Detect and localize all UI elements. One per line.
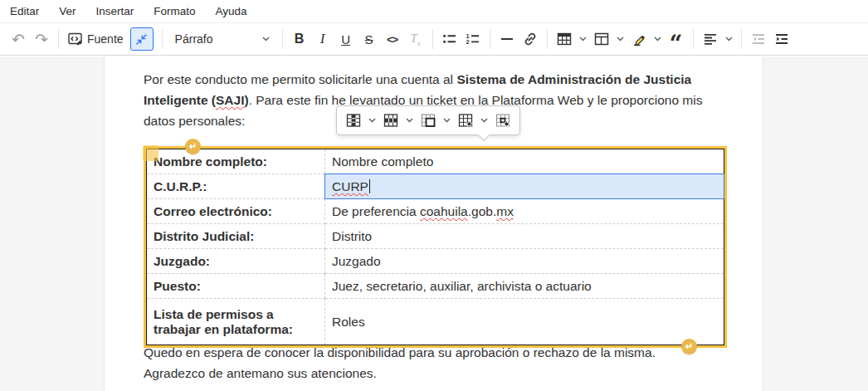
table-balloon-toolbar [336,105,520,135]
table-row: C.U.R.P.: CURP [147,174,724,199]
cell-nombre-label[interactable]: Nombre completo: [147,149,325,174]
layout-table-button[interactable] [590,27,613,51]
table-column-button[interactable] [341,109,366,132]
undo-icon: ↶ [12,30,25,49]
insert-paragraph-before-button[interactable]: ↵ [185,139,201,154]
table-properties-icon [457,112,474,129]
menu-insertar[interactable]: Insertar [96,5,134,17]
chevron-down-icon[interactable] [579,37,587,42]
indent-button[interactable] [770,27,793,51]
italic-icon: I [320,31,325,47]
strikethrough-button[interactable]: S [358,27,381,51]
table-row: Lista de permisos a trabajar en platafor… [147,299,724,345]
block-quote-icon: “ [670,40,683,48]
bold-button[interactable]: B [288,27,311,51]
outdent-button[interactable] [747,27,770,51]
redo-button[interactable]: ↷ [30,27,53,51]
cell-nombre-value[interactable]: Nombre completo [325,149,724,174]
table-properties-button[interactable] [453,109,478,132]
insert-table-button[interactable] [553,27,576,51]
text-cursor [369,179,370,193]
cell-properties-icon [495,112,511,129]
chevron-down-icon[interactable] [617,37,624,42]
cell-correo-value[interactable]: De preferencia coahuila.gob.mx [325,199,724,224]
table-row: Juzgado: Juzgado [147,249,724,274]
numbered-list-icon: 1 2 [465,31,481,47]
table-drag-handle-icon[interactable] [143,145,158,161]
indent-icon [773,31,790,47]
text-alignment-button[interactable] [699,27,722,51]
insert-paragraph-after-button[interactable]: ↵ [681,339,697,354]
source-editing-button[interactable]: Fuente [64,27,127,51]
toolbar-separator [547,29,548,49]
bold-icon: B [295,32,305,46]
svg-text:2: 2 [466,38,469,46]
merge-cells-button[interactable] [416,109,441,132]
curp-misspelled-text: CURP [332,179,368,193]
undo-button[interactable]: ↶ [7,27,30,51]
cell-puesto-label[interactable]: Puesto: [147,274,325,299]
intro-text-start: Por este conducto me permito solicitarle… [144,72,456,86]
paragraph-closing-2[interactable]: Agradezco de antemano sus atenciones. [144,363,728,384]
italic-button[interactable]: I [311,27,334,51]
menu-ver[interactable]: Ver [59,5,76,17]
chevron-down-icon[interactable] [654,37,661,42]
highlighter-icon [631,31,647,47]
link-icon [522,31,539,47]
chevron-down-icon[interactable] [725,37,733,42]
horizontal-line-button[interactable] [495,27,519,51]
chevron-down-icon[interactable] [406,118,413,123]
cell-correo-label[interactable]: Correo electrónico: [147,199,325,224]
link-button[interactable] [519,27,542,51]
menu-ayuda[interactable]: Ayuda [216,5,247,17]
collapse-view-button[interactable] [130,27,154,51]
table-widget[interactable]: ↵ ↵ Nombre completo: Nombre completo C.U… [144,146,727,348]
correo-text: De preferencia [332,204,420,218]
paragraph-closing-1[interactable]: Quedo en espera de conocer la disponibil… [144,342,728,363]
toolbar-separator [741,29,742,49]
outdent-icon [750,31,767,47]
intro-misspelled-word: SAJI [216,93,244,107]
table-column-icon [345,112,362,129]
chevron-down-icon[interactable] [368,118,376,123]
horizontal-line-icon [499,31,515,47]
cell-distrito-label[interactable]: Distrito Judicial: [147,224,325,249]
toolbar-separator [282,29,283,49]
cell-curp-label[interactable]: C.U.R.P.: [147,174,325,199]
chevron-down-icon [262,37,270,42]
cell-permisos-label[interactable]: Lista de permisos a trabajar en platafor… [147,299,325,345]
block-quote-button[interactable]: “ [665,27,688,51]
cell-distrito-value[interactable]: Distrito [325,224,724,249]
paragraph-style-dropdown[interactable]: Párrafo [168,27,277,51]
cell-puesto-value[interactable]: Juez, secretario, auxiliar, archivista o… [325,274,724,299]
remove-format-button[interactable]: Tx [404,27,427,51]
toolbar-separator [162,29,163,49]
underline-button[interactable]: U [334,27,358,51]
remove-format-icon: Tx [410,32,420,47]
table-row-button[interactable] [378,109,403,132]
menu-formato[interactable]: Formato [154,5,195,17]
source-editing-label: Fuente [87,32,124,46]
code-button[interactable]: <> [381,27,404,51]
highlighter-button[interactable] [627,27,651,51]
cell-juzgado-value[interactable]: Juzgado [325,249,724,274]
insert-table-icon [556,31,573,47]
layout-table-icon [593,31,610,47]
source-editing-icon [67,31,84,47]
menu-bar: Editar Ver Insertar Formato Ayuda [0,0,868,23]
chevron-down-icon[interactable] [480,118,488,123]
numbered-list-button[interactable]: 1 2 [461,27,485,51]
cell-curp-value-selected[interactable]: CURP [325,174,724,199]
bulleted-list-button[interactable] [438,27,461,51]
cell-juzgado-label[interactable]: Juzgado: [147,249,325,274]
correo-misspelled-2: mx [496,204,514,218]
toolbar-separator [490,29,490,49]
chevron-down-icon[interactable] [443,118,451,123]
cell-permisos-value[interactable]: Roles [325,299,724,345]
paragraph-style-label: Párrafo [175,32,213,46]
data-table: Nombre completo: Nombre completo C.U.R.P… [146,149,724,345]
editor-window: Editar Ver Insertar Formato Ayuda ↶ ↷ Fu… [0,0,868,391]
menu-editar[interactable]: Editar [10,5,39,17]
table-row: Correo electrónico: De preferencia coahu… [147,199,724,224]
cell-properties-button[interactable] [490,109,515,132]
